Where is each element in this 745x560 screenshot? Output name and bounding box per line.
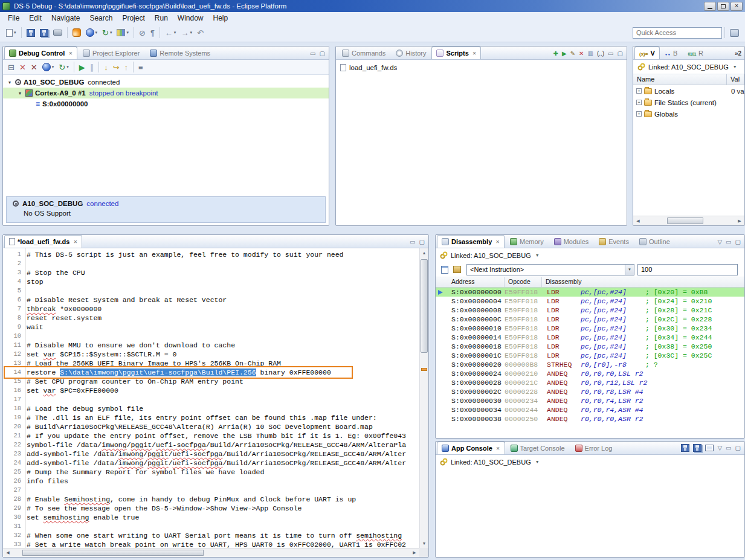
code-line[interactable]: # Dump the Summary Report for symbol fil…	[27, 468, 419, 477]
history-button[interactable]	[451, 262, 463, 277]
code-line[interactable]: # Set a write watch break point on write…	[27, 540, 419, 548]
close-button[interactable]: ✕	[730, 2, 743, 11]
disassembly-row[interactable]: S:0x0000003800000250ANDEQr0,r0,r0,ASR r2	[436, 414, 744, 423]
code-line[interactable]: # Load the 256KB UEFI Binary Image to HP…	[27, 359, 419, 368]
disassembly-row[interactable]: S:0x0000003400000244ANDEQr0,r0,r4,ASR #4	[436, 405, 744, 414]
set-address-button[interactable]	[439, 262, 451, 277]
code-line[interactable]: # Stop the CPU	[27, 268, 419, 277]
tab-memory[interactable]: Memory	[505, 235, 549, 248]
line-number[interactable]: 7	[3, 304, 25, 314]
save-console-button[interactable]	[680, 444, 690, 452]
twistie-icon[interactable]: ▾	[7, 80, 13, 85]
console-output[interactable]	[436, 469, 744, 557]
tab-remote-systems[interactable]: Remote Systems	[145, 47, 215, 59]
step-over-button[interactable]: ↪	[111, 60, 122, 74]
line-number[interactable]: 3	[3, 268, 25, 277]
disassembly-row[interactable]: S:0x000000280000021CANDEQr0,r0,r12,LSL r…	[436, 378, 744, 387]
mark-occurrences-button[interactable]: ¶	[148, 25, 157, 40]
code-line[interactable]: # Disable MMU to ensure we don't downloa…	[27, 341, 419, 350]
line-number[interactable]: 6	[3, 295, 25, 304]
tab-app-console[interactable]: App Console✕	[437, 442, 505, 454]
twistie-icon[interactable]: ▾	[17, 91, 23, 96]
debug-tree-node-a10-soc-debug[interactable]: ▾A10_SOC_DEBUGconnected	[3, 77, 329, 88]
tab-modules[interactable]: Modules	[549, 235, 594, 248]
disassembly-row[interactable]: S:0x0000002C00000228ANDEQr0,r0,r8,LSR #4	[436, 387, 744, 396]
print-button[interactable]	[51, 25, 65, 40]
code-line[interactable]: # The .dll is an ELF file, its entry poi…	[27, 413, 419, 422]
code-line[interactable]: # Set CPU program counter to On-Chip RAM…	[27, 377, 419, 386]
disassembly-row[interactable]: S:0x0000002400000210ANDEQr0,r0,r0,LSL r2	[436, 369, 744, 378]
scroll-left-arrow[interactable]: ◀	[633, 219, 643, 224]
script-parameters-button[interactable]: (..)	[596, 50, 605, 57]
import-script-button[interactable]: ▥	[587, 50, 593, 57]
code-line[interactable]: # To see the message open the DS-5->Wind…	[27, 504, 419, 513]
line-number[interactable]: 14	[3, 368, 25, 377]
line-number[interactable]: 31	[3, 522, 25, 531]
disassembly-row[interactable]: S:0x00000014E59FF018LDRpc,[pc,#24] ; [0x…	[436, 333, 744, 342]
scrollbar-thumb[interactable]	[22, 550, 204, 556]
tab-disassembly[interactable]: Disassembly✕	[437, 235, 505, 248]
save-all-button[interactable]	[37, 25, 51, 40]
line-number[interactable]: 17	[3, 395, 25, 404]
code-line[interactable]: symbol-file /data/imwong/pggit/uefi-socf…	[27, 440, 419, 449]
tab-debug-control[interactable]: Debug Control✕	[4, 47, 77, 59]
menu-search[interactable]: Search	[85, 13, 117, 24]
code-area[interactable]: # This DS-5 script is just an example, f…	[27, 248, 419, 548]
line-number[interactable]: 2	[3, 259, 25, 268]
remote-feed-button[interactable]	[70, 25, 83, 40]
expand-icon[interactable]: +	[636, 111, 642, 117]
scrollbar-thumb[interactable]	[421, 259, 428, 353]
column-header-address[interactable]: Address	[448, 277, 505, 287]
view-menu-button[interactable]: ▽	[717, 239, 723, 245]
disassembly-row[interactable]: S:0x00000008E59FF018LDRpc,[pc,#24] ; [0x…	[436, 306, 744, 315]
tab-project-explorer[interactable]: Project Explorer	[78, 47, 144, 59]
column-header-opcode[interactable]: Opcode	[505, 277, 542, 287]
view-menu-button[interactable]: ▽	[717, 445, 723, 451]
menu-help[interactable]: Help	[208, 13, 233, 24]
maximize-view-button[interactable]: ▢	[617, 50, 624, 57]
display-console-button[interactable]	[705, 445, 714, 451]
code-line[interactable]	[27, 486, 419, 495]
line-number[interactable]: 27	[3, 486, 25, 495]
minimize-view-button[interactable]: ▭	[409, 239, 416, 245]
new-button[interactable]: ▾	[4, 25, 19, 40]
minimize-view-button[interactable]: ▭	[725, 445, 732, 451]
minimize-button[interactable]	[704, 2, 716, 11]
reset-target-button[interactable]: ↻▾	[100, 25, 114, 40]
line-number[interactable]: 15	[3, 377, 25, 386]
tab-r[interactable]: R	[683, 47, 708, 59]
line-number[interactable]: 18	[3, 404, 25, 413]
disassembly-row[interactable]: S:0x00000000E59FF018LDRpc,[pc,#24] ; [0x…	[436, 288, 744, 297]
line-number[interactable]: 12	[3, 350, 25, 359]
line-number[interactable]: 22	[3, 440, 25, 449]
code-line[interactable]: reset reset.system	[27, 314, 419, 323]
tab-outline[interactable]: Outline	[634, 235, 675, 248]
remove-all-connections-button[interactable]: ✕	[28, 60, 40, 74]
menu-project[interactable]: Project	[117, 13, 149, 24]
scrollbar-thumb[interactable]	[667, 217, 703, 224]
column-header-name[interactable]: Name	[633, 74, 727, 85]
tab-v[interactable]: V	[634, 47, 660, 59]
tab-close-icon[interactable]: ✕	[472, 51, 477, 56]
variable-row-file-statics-current[interactable]: +File Statics (current)	[633, 97, 744, 108]
line-number[interactable]: 20	[3, 422, 25, 431]
interrupt-button[interactable]: ∥	[88, 60, 97, 74]
code-line[interactable]: info files	[27, 477, 419, 486]
line-number[interactable]: 9	[3, 323, 25, 332]
line-number[interactable]: 1	[3, 250, 25, 259]
code-line[interactable]: # Disable Reset System and break at Rese…	[27, 295, 419, 304]
line-number[interactable]: 30	[3, 513, 25, 522]
column-header-disassembly[interactable]: Disassembly	[542, 277, 744, 287]
code-line[interactable]	[27, 332, 419, 341]
collapse-all-button[interactable]: ⊟	[5, 60, 17, 74]
disassembly-row[interactable]: S:0x00000020000000B8STRHEQr0,[r0],-r8 ; …	[436, 360, 744, 369]
line-number[interactable]: 8	[3, 314, 25, 323]
tab-load-uefi-fw-ds[interactable]: *load_uefi_fw.ds✕	[4, 235, 82, 248]
maximize-view-button[interactable]: ▢	[735, 239, 741, 245]
tab-close-icon[interactable]: ✕	[73, 239, 77, 245]
line-number[interactable]: 19	[3, 413, 25, 422]
line-number[interactable]: 33	[3, 540, 25, 548]
tab-commands[interactable]: Commands	[337, 47, 390, 59]
disassembly-row[interactable]: S:0x0000000CE59FF018LDRpc,[pc,#24] ; [0x…	[436, 315, 744, 324]
step-return-button[interactable]: ↑	[122, 60, 131, 74]
